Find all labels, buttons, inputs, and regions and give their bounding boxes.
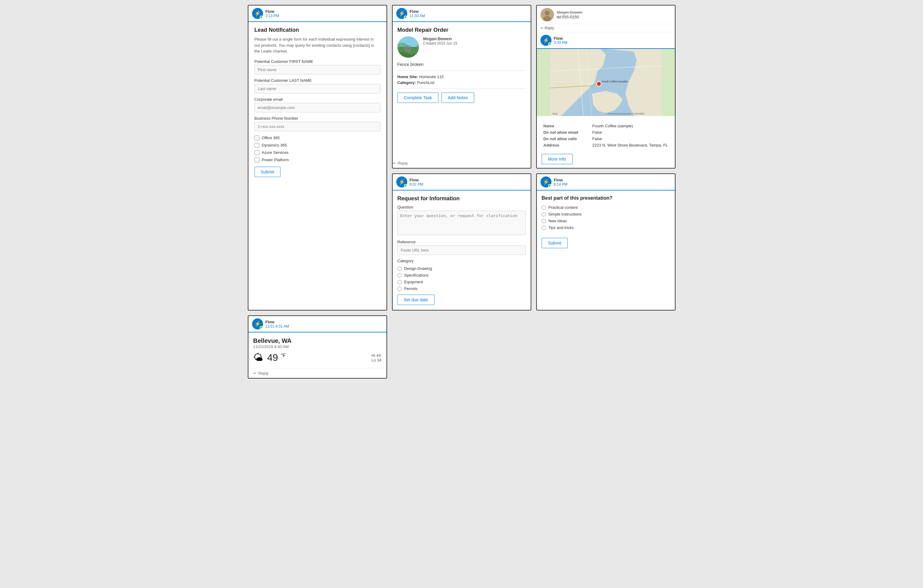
rfi-radio-equip[interactable]: Equipment [397,280,526,284]
survey-option-4-label: Tips and tricks [549,225,574,230]
temp-unit: °F [281,353,286,358]
repair-reply-row: ↵ Reply [393,159,531,168]
rfi-reference-label: Reference [397,240,526,244]
info-name-label: Name [542,123,591,129]
checkbox-power-platform[interactable]: Power Platform [255,157,380,162]
phone-input[interactable] [255,122,380,131]
rfi-radio-permits-input[interactable] [397,287,402,291]
rfi-radio-permits[interactable]: Permits [397,287,526,291]
complete-task-button[interactable]: Complete Task [397,92,439,103]
checkbox-dynamics365-input[interactable] [255,143,259,148]
location-city: Bellevue, WA [253,337,382,344]
location-card-body: Bellevue, WA 11/21/2019 8:30 AM 🌤 49 °F … [248,332,386,368]
email-label: Corporate email [255,97,380,102]
map-svg: Fourth Coffee (sample) Bing © 2019 Micro… [537,49,675,116]
rfi-card: ⚡ Flow 6:01 PM Request for Information Q… [392,174,531,311]
checkbox-azure-input[interactable] [255,150,259,155]
repair-issue: Fence broken [397,62,526,67]
location-card-header: ⚡ Flow 11/21 8:31 AM [248,316,386,332]
dynamics-info-table: Name Fourth Coffee (sample) Do not allow… [542,123,670,148]
product-checkboxes: Office 365 Dynamics 365 Azure Services P… [255,136,380,162]
weather-lo: Lo 34 [371,358,382,362]
location-reply-arrow-icon: ↵ [253,371,257,375]
rfi-category-group: Category Design Drawing Specifications E… [397,259,526,291]
dynamics-flow-header: ⚡ Flow 3:33 PM [537,32,675,49]
repair-action-btns: Complete Task Add Notes [397,92,526,103]
rfi-reference-input[interactable] [397,246,526,255]
info-name-value: Fourth Coffee (sample) [591,123,670,129]
info-row-email: Do not allow email False [542,129,670,136]
homesite-label: Home Site: [397,74,418,79]
dynamics-person-name: Megan Bowen [557,10,582,15]
email-input[interactable] [255,103,380,112]
last-name-group: Potential Customer LAST NAME [255,78,380,93]
survey-card-header: ⚡ Flow 6:14 PM [537,174,675,190]
dynamics-phone: tel:555-0150 [557,15,582,19]
set-due-date-button[interactable]: Set due date [397,295,434,305]
info-address-label: Address [542,142,591,148]
rfi-question-input[interactable] [397,211,526,235]
checkbox-power-platform-input[interactable] [255,157,259,162]
lead-card-body: Lead Notification Please fill out a sing… [248,22,386,310]
rfi-radio-equip-label: Equipment [404,280,423,284]
survey-option-1[interactable]: Practical content [542,205,670,210]
flow-time-location: 11/21 8:31 AM [266,324,289,329]
repair-card-body: Model Repair Order Megan Bowen Created [393,22,531,159]
flow-name-rfi: Flow [410,178,424,182]
flow-avatar-survey: ⚡ [540,177,552,187]
survey-radio-2[interactable] [542,212,546,216]
flow-name-location: Flow [266,319,289,324]
lead-card-header: ⚡ Flow 2:13 PM [248,5,386,22]
rfi-radio-equip-input[interactable] [397,280,402,284]
info-calls-label: Do not allow calls [542,136,591,142]
survey-card-body: Best part of this presentation? Practica… [537,190,675,310]
add-notes-button[interactable]: Add Notes [442,92,474,103]
survey-option-3-label: New ideas [549,219,567,223]
checkbox-office365-input[interactable] [255,136,259,141]
map-container: Fourth Coffee (sample) Bing © 2019 Micro… [537,49,675,116]
rfi-category-label: Category [397,259,526,263]
flow-avatar-lead: ⚡ [252,8,263,19]
more-info-button[interactable]: More Info [542,154,573,164]
survey-option-2[interactable]: Simple instructions [542,212,670,216]
location-card: ⚡ Flow 11/21 8:31 AM Bellevue, WA 11/21/… [248,315,387,378]
info-address-value: 2223 N. West Shore Boulevard, Tampa, FL [591,142,670,148]
checkbox-azure[interactable]: Azure Services [255,150,380,155]
survey-title: Best part of this presentation? [542,195,670,201]
survey-submit-button[interactable]: Submit [542,238,568,248]
reply-arrow-icon: ↵ [393,161,396,165]
repair-order-card: ⚡ Flow 11:33 AM Model Repair Order [392,5,531,169]
svg-rect-2 [405,46,411,53]
checkbox-dynamics365[interactable]: Dynamics 365 [255,143,380,148]
survey-option-3[interactable]: New ideas [542,219,670,223]
category-value: PunchList [417,80,434,85]
checkbox-office365[interactable]: Office 365 [255,136,380,141]
repair-title: Model Repair Order [397,27,526,33]
first-name-input[interactable] [255,65,380,74]
repair-profile: Megan Bowen Created 2019 Jun 15 [397,36,526,58]
weather-row: 🌤 49 °F Hi 49 Lo 34 [253,352,382,363]
survey-radio-3[interactable] [542,219,546,223]
survey-radio-4[interactable] [542,226,546,230]
repair-card-header: ⚡ Flow 11:33 AM [393,5,531,22]
profile-photo [397,36,419,58]
rfi-radio-design-input[interactable] [397,267,402,271]
phone-label: Business Phone Number [255,116,380,121]
dynamics-reply-arrow-icon: ↵ [540,26,544,30]
homesite-value: Homesite 115 [419,74,443,79]
survey-radio-1[interactable] [542,205,546,210]
weather-hi: Hi 49 [371,353,382,358]
dynamics-person-header: Megan Bowen tel:555-0150 [537,5,675,24]
category-label: Category: [397,80,416,85]
flow-name-lead: Flow [266,9,279,14]
lead-submit-button[interactable]: Submit [255,167,281,177]
info-email-label: Do not allow email [542,129,591,136]
last-name-input[interactable] [255,84,380,93]
rfi-radio-spec-input[interactable] [397,273,402,277]
flow-time-lead: 2:13 PM [266,14,279,18]
flow-time-repair: 11:33 AM [410,14,425,18]
survey-option-4[interactable]: Tips and tricks [542,225,670,230]
rfi-radio-design[interactable]: Design Drawing [397,266,526,271]
rfi-radio-spec[interactable]: Specifications [397,273,526,277]
rfi-radio-spec-label: Specifications [404,273,429,277]
